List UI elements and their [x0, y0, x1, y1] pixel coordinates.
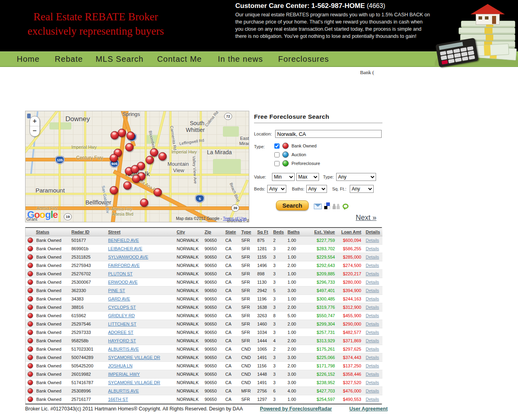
- street-link[interactable]: ERWOOD AVE: [108, 280, 138, 285]
- powered-by-link[interactable]: Powered by ForeclosureRadar: [260, 406, 332, 412]
- street-link[interactable]: ADOREE ST: [108, 330, 134, 335]
- type-option-auction[interactable]: Auction: [274, 151, 306, 158]
- nav-item-foreclosures[interactable]: Foreclosures: [278, 55, 329, 64]
- column-header-details[interactable]: Details: [364, 228, 382, 236]
- details-link[interactable]: Details: [366, 389, 379, 393]
- street-link[interactable]: HAYFORD ST: [108, 338, 136, 343]
- column-header-state[interactable]: State: [224, 228, 240, 236]
- type-option-preforeclosure[interactable]: Preforeclosure: [274, 160, 320, 167]
- column-header-radar-id[interactable]: Radar ID: [70, 228, 107, 236]
- google-logo[interactable]: Google: [27, 209, 58, 220]
- street-link[interactable]: GRIDLEY RD: [108, 313, 135, 318]
- details-link[interactable]: Details: [366, 238, 379, 243]
- nav-item-home[interactable]: Home: [17, 55, 39, 64]
- street-link[interactable]: PLUTON ST: [108, 271, 133, 276]
- details-link[interactable]: Details: [366, 397, 379, 402]
- details-link[interactable]: Details: [366, 372, 379, 377]
- details-link[interactable]: Details: [366, 288, 379, 293]
- details-link[interactable]: Details: [366, 280, 379, 285]
- column-header-sq-ft[interactable]: Sq Ft: [256, 228, 272, 236]
- search-button[interactable]: Search: [276, 200, 309, 210]
- column-header-city[interactable]: City: [175, 228, 203, 236]
- street-link[interactable]: BENFIELD AVE: [108, 238, 139, 243]
- column-header-est-value[interactable]: Est. Value: [306, 228, 338, 236]
- map-property-marker[interactable]: [131, 165, 139, 173]
- column-header-street[interactable]: Street: [107, 228, 175, 236]
- map-property-marker[interactable]: [110, 131, 119, 139]
- email-icon[interactable]: [314, 204, 322, 209]
- street-link[interactable]: SYLVANWOOD AVE: [108, 255, 148, 259]
- map-property-marker[interactable]: [110, 186, 118, 194]
- nav-item-mls-search[interactable]: MLS Search: [96, 55, 144, 64]
- beds-select[interactable]: Any: [267, 185, 286, 193]
- details-link[interactable]: Details: [366, 313, 379, 318]
- map-property-marker[interactable]: [118, 129, 126, 137]
- speech-bubble-icon[interactable]: [343, 204, 349, 209]
- map-property-marker[interactable]: [146, 156, 154, 164]
- street-link[interactable]: IMPERIAL HWY: [108, 372, 140, 377]
- sqft-select[interactable]: Any: [350, 185, 374, 193]
- nav-item-in-the-news[interactable]: In the news: [218, 55, 263, 64]
- map[interactable]: + − Google Map data ©2012 Google - Terms…: [25, 111, 249, 222]
- column-header-baths[interactable]: Baths: [286, 228, 306, 236]
- details-link[interactable]: Details: [366, 305, 379, 310]
- map-property-marker[interactable]: [126, 131, 135, 140]
- street-link[interactable]: JOSHUA LN: [108, 363, 132, 368]
- location-input[interactable]: [275, 130, 382, 138]
- street-link[interactable]: GARD AVE: [108, 296, 130, 301]
- map-property-marker[interactable]: [125, 143, 134, 151]
- map-property-marker[interactable]: [132, 175, 140, 183]
- street-link[interactable]: ALBURTIS AVE: [108, 389, 139, 393]
- next-page-link[interactable]: Next »: [356, 214, 376, 222]
- type-option-bank-owned[interactable]: Bank Owned: [274, 143, 317, 149]
- min-value-select[interactable]: Min: [272, 173, 295, 181]
- map-label-mirada: Mirada: [239, 141, 249, 146]
- details-link[interactable]: Details: [366, 271, 379, 276]
- street-link[interactable]: SYCAMORE VILLAGE DR: [108, 380, 160, 385]
- details-link[interactable]: Details: [366, 263, 379, 268]
- details-link[interactable]: Details: [366, 330, 379, 335]
- user-agreement-link[interactable]: User Agreement: [349, 406, 388, 412]
- zoom-in-button[interactable]: +: [30, 116, 39, 126]
- street-link[interactable]: FAIRFORD AVE: [108, 263, 140, 268]
- max-value-select[interactable]: Max: [296, 173, 319, 181]
- column-header-beds[interactable]: Beds: [272, 228, 286, 236]
- details-link[interactable]: Details: [366, 296, 379, 301]
- street-link[interactable]: SYCAMORE VILLAGE DR: [108, 355, 160, 360]
- details-link[interactable]: Details: [366, 338, 379, 343]
- street-link[interactable]: PINE ST: [108, 288, 125, 293]
- map-property-marker[interactable]: [154, 188, 162, 196]
- column-header-loan-amt[interactable]: Loan Amt: [338, 228, 364, 236]
- street-link[interactable]: ALBURTIS AVE: [108, 347, 139, 351]
- map-property-marker[interactable]: [150, 148, 158, 157]
- preforeclosure-checkbox[interactable]: [274, 161, 280, 166]
- auction-checkbox[interactable]: [274, 152, 280, 157]
- baths-select[interactable]: Any: [306, 185, 327, 193]
- details-link[interactable]: Details: [366, 363, 379, 368]
- street-link[interactable]: 166TH ST: [108, 397, 128, 402]
- property-type-select[interactable]: Any: [336, 173, 376, 181]
- details-link[interactable]: Details: [366, 255, 379, 259]
- details-link[interactable]: Details: [366, 380, 379, 385]
- street-link[interactable]: LITTCHEN ST: [108, 322, 136, 326]
- nav-item-rebate[interactable]: Rebate: [55, 55, 83, 64]
- terms-of-use-link[interactable]: Terms of Use: [223, 216, 246, 221]
- nav-item-contact-me[interactable]: Contact Me: [157, 55, 202, 64]
- column-header-status[interactable]: Status: [26, 228, 70, 236]
- zoom-out-button[interactable]: −: [30, 126, 39, 136]
- details-link[interactable]: Details: [366, 246, 379, 251]
- map-property-marker[interactable]: [110, 154, 118, 162]
- details-link[interactable]: Details: [366, 355, 379, 360]
- column-header-zip[interactable]: Zip: [203, 228, 224, 236]
- street-link[interactable]: CYCLOPS ST: [108, 305, 136, 310]
- share-people-icon[interactable]: [333, 203, 340, 209]
- map-property-marker[interactable]: [158, 152, 167, 161]
- details-link[interactable]: Details: [366, 347, 379, 351]
- details-link[interactable]: Details: [366, 322, 379, 326]
- delicious-icon[interactable]: [324, 203, 330, 209]
- bank-owned-checkbox[interactable]: [274, 143, 280, 149]
- map-property-marker[interactable]: [140, 198, 148, 207]
- column-header-type[interactable]: Type: [240, 228, 256, 236]
- street-link[interactable]: LEIBACHER AVE: [108, 246, 142, 251]
- map-property-marker[interactable]: [123, 181, 132, 190]
